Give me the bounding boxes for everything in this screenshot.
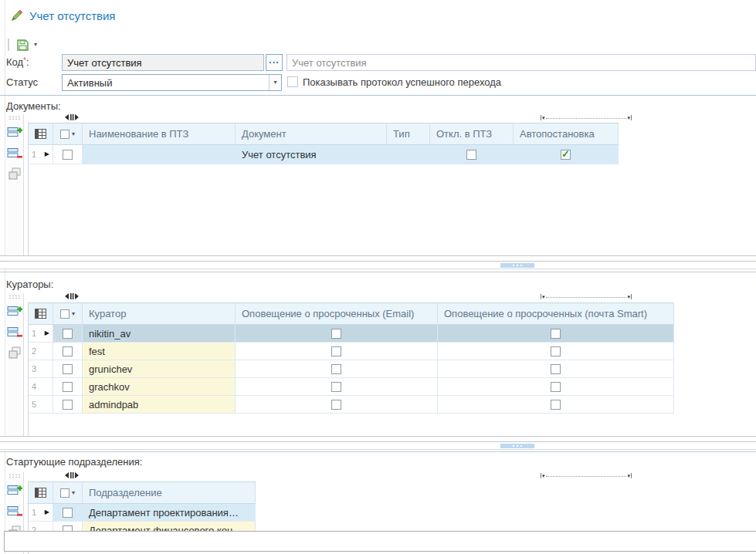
protocol-checkbox[interactable]: [287, 76, 298, 87]
smart-checkbox[interactable]: [551, 346, 561, 356]
row-gutter: 1▶: [29, 504, 53, 522]
select-all-checkbox[interactable]: ▾: [53, 303, 83, 325]
main-toolbar: ▾: [8, 37, 37, 52]
declined-checkbox[interactable]: [466, 150, 476, 160]
name-input[interactable]: [286, 54, 756, 71]
add-row-button[interactable]: [7, 126, 22, 140]
add-row-button[interactable]: [7, 305, 22, 319]
row-checkbox[interactable]: [63, 508, 73, 518]
copy-rows-button[interactable]: [8, 167, 22, 181]
row-gutter: 1▶: [29, 145, 53, 164]
email-checkbox[interactable]: [331, 382, 341, 392]
absence-record-window: Учет отсутствия ▾ Код*: ... Статус Актив…: [0, 0, 756, 554]
delete-row-button[interactable]: [7, 147, 22, 160]
horizontal-scrollbar[interactable]: [0, 436, 756, 442]
grid-scrollbar[interactable]: ▾▾: [541, 293, 632, 300]
delete-row-button[interactable]: [7, 505, 22, 519]
section-splitter[interactable]: [0, 262, 756, 269]
select-all-checkbox[interactable]: ▾: [53, 482, 83, 504]
row-checkbox[interactable]: [63, 364, 73, 374]
row-select-cell: [53, 343, 83, 360]
row-select-cell: [53, 325, 83, 343]
protocol-checkbox-label: Показывать протокол успешного перехода: [303, 76, 501, 88]
grid-selector-icon[interactable]: [29, 303, 53, 325]
smart-checkbox[interactable]: [551, 382, 561, 392]
section-border: [0, 272, 756, 272]
column-header[interactable]: Подразделение: [83, 482, 256, 504]
scrollbar-end: [541, 115, 541, 120]
copy-rows-button[interactable]: [8, 346, 22, 360]
current-row-marker: ▶: [45, 509, 49, 515]
column-header[interactable]: Оповещение о просроченных (почта Smart): [438, 303, 674, 325]
cell-type[interactable]: [387, 145, 430, 164]
window-edge: [5, 0, 5, 554]
save-menu-caret[interactable]: ▾: [34, 42, 37, 48]
add-row-button[interactable]: [7, 484, 22, 498]
smart-checkbox[interactable]: [551, 329, 561, 339]
section-splitter[interactable]: [0, 443, 756, 450]
row-checkbox[interactable]: [63, 329, 73, 339]
splitter-handle[interactable]: [500, 444, 534, 448]
cell-name-in-ptz[interactable]: [83, 145, 236, 164]
column-header[interactable]: Документ: [236, 123, 387, 145]
status-dropdown-button[interactable]: ▾: [269, 75, 281, 90]
row-checkbox[interactable]: [63, 382, 73, 392]
smart-checkbox[interactable]: [551, 364, 561, 374]
table-row: 4 grachkov: [29, 378, 674, 396]
current-row-marker: ▶: [45, 151, 49, 157]
documents-header-row: ▾ Наименование в ПТЗ Документ Тип Откл. …: [29, 123, 619, 145]
horizontal-scrollbar[interactable]: [0, 255, 756, 262]
code-input[interactable]: [62, 54, 264, 71]
row-gutter: 5: [29, 396, 53, 414]
cell-document[interactable]: Учет отсутствия: [236, 145, 387, 164]
row-checkbox[interactable]: [63, 346, 73, 356]
delete-row-button[interactable]: [7, 326, 22, 339]
save-button[interactable]: ▾: [16, 39, 37, 52]
scrollbar-right-arrow[interactable]: ▾: [627, 115, 630, 120]
form-separator: [0, 95, 756, 96]
cell-smart-notify: [438, 396, 674, 414]
column-resize-handle[interactable]: [65, 114, 79, 120]
section-border: [0, 451, 756, 452]
email-checkbox[interactable]: [331, 364, 341, 374]
lookup-button[interactable]: ...: [266, 54, 283, 71]
drag-handle[interactable]: [8, 474, 21, 478]
grid-selector-icon[interactable]: [29, 123, 53, 145]
email-checkbox[interactable]: [331, 346, 341, 356]
column-header[interactable]: Оповещение о просроченных (Email): [236, 303, 438, 325]
cell-curator[interactable]: grunichev: [83, 360, 236, 378]
email-checkbox[interactable]: [331, 329, 341, 339]
column-header[interactable]: Куратор: [83, 303, 236, 325]
status-select[interactable]: Активный ▾: [62, 74, 282, 91]
email-checkbox[interactable]: [331, 400, 341, 410]
code-label: Код*:: [6, 56, 29, 68]
column-header[interactable]: Наименование в ПТЗ: [83, 123, 236, 145]
splitter-handle[interactable]: [500, 263, 534, 268]
column-resize-handle[interactable]: [65, 472, 79, 478]
row-checkbox[interactable]: [63, 400, 73, 410]
row-checkbox[interactable]: [63, 150, 73, 160]
scrollbar-left-arrow[interactable]: ▾: [542, 115, 545, 120]
column-header[interactable]: Тип: [387, 123, 430, 145]
cell-curator[interactable]: admindpab: [83, 396, 236, 414]
grid-selector-icon[interactable]: [29, 482, 53, 504]
scrollbar-track[interactable]: [546, 118, 627, 119]
grid-scrollbar[interactable]: ▾▾: [541, 472, 632, 479]
auto-assign-checkbox[interactable]: [561, 150, 571, 160]
cell-curator[interactable]: nikitin_av: [83, 325, 236, 343]
column-header[interactable]: Автопостановка: [514, 123, 619, 145]
drag-handle[interactable]: [8, 116, 21, 120]
row-select-cell: [53, 504, 83, 522]
select-all-checkbox[interactable]: ▾: [53, 123, 83, 145]
cell-curator[interactable]: fest: [83, 343, 236, 360]
smart-checkbox[interactable]: [551, 400, 561, 410]
drag-handle[interactable]: [8, 295, 21, 299]
column-resize-handle[interactable]: [65, 293, 79, 299]
cell-declined: [430, 145, 514, 164]
cell-department[interactable]: Департамент проектирования…: [83, 504, 256, 522]
table-row: 1▶ Учет отсутствия: [29, 145, 619, 164]
table-row: 1▶ Департамент проектирования…: [29, 504, 256, 522]
grid-scrollbar[interactable]: ▾▾: [541, 114, 632, 121]
column-header[interactable]: Откл. в ПТЗ: [430, 123, 514, 145]
cell-curator[interactable]: grachkov: [83, 378, 236, 396]
